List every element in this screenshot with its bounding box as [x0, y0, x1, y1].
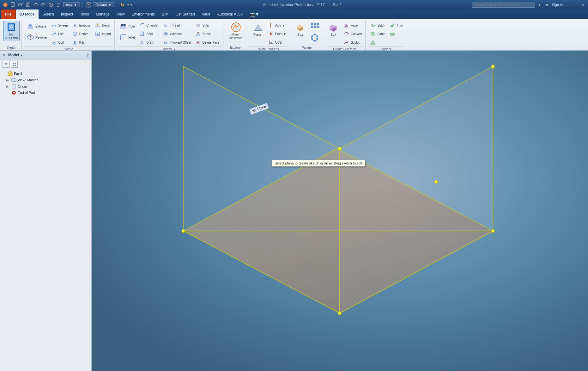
- nav-icon[interactable]: [48, 2, 54, 8]
- trim-button[interactable]: Trim: [388, 21, 405, 29]
- menu-tab-view[interactable]: View: [113, 9, 128, 19]
- favorite-icon[interactable]: ★: [544, 2, 550, 8]
- ucs-button[interactable]: UCS: [266, 38, 288, 46]
- delete-face-button[interactable]: Delete Face: [193, 38, 221, 46]
- sidebar-help-icon[interactable]: ?: [86, 53, 89, 58]
- fx-icon[interactable]: fx: [120, 2, 125, 8]
- menu-tab-3dmodel[interactable]: 3D Model: [16, 9, 39, 19]
- sidebar-close-icon[interactable]: ✕: [3, 53, 6, 58]
- start-2d-sketch-button[interactable]: Start2D Sketch: [3, 21, 20, 41]
- menu-tab-a360[interactable]: Autodesk A360: [214, 9, 246, 19]
- axis-icon: [268, 22, 274, 28]
- ribbon-group-workfeatures: Plane Axis ▼ Point ▼ UCS Work Features: [248, 20, 290, 50]
- sculpt-icon: [343, 39, 349, 46]
- svg-point-66: [371, 32, 375, 35]
- tree-item-part1[interactable]: Part1: [1, 71, 90, 77]
- combine-button[interactable]: Combine: [161, 30, 193, 38]
- chamfer-button[interactable]: Chamfer: [137, 21, 160, 29]
- fillet-icon: [119, 33, 128, 42]
- menu-tab-tools[interactable]: Tools: [77, 9, 92, 19]
- sweep-button[interactable]: Sweep: [49, 21, 70, 29]
- tree-item-end-of-part[interactable]: End of Part: [1, 90, 90, 96]
- stitch-button[interactable]: Stitch: [368, 21, 387, 29]
- decal-button[interactable]: Decal: [93, 21, 112, 29]
- coil-button[interactable]: Coil: [49, 38, 70, 46]
- more-surface-button[interactable]: [388, 30, 405, 38]
- viewport-canvas: [92, 51, 588, 371]
- pattern-rect-button[interactable]: [308, 21, 321, 32]
- menu-tab-manage[interactable]: Manage: [93, 9, 112, 19]
- import-button[interactable]: Import: [93, 30, 112, 38]
- rib-button[interactable]: Rib: [70, 38, 92, 46]
- pattern-circ-button[interactable]: [308, 32, 321, 43]
- svg-rect-2: [11, 3, 14, 7]
- dropdown-tools-icon[interactable]: [56, 2, 61, 8]
- search-input[interactable]: [472, 2, 535, 8]
- menu-tab-inspect[interactable]: Inspect: [58, 9, 76, 19]
- appearance-icon[interactable]: [85, 2, 91, 8]
- new-icon[interactable]: [10, 2, 16, 8]
- menu-tab-vault[interactable]: Vault: [199, 9, 213, 19]
- menu-tab-environments[interactable]: Environments: [129, 9, 158, 19]
- plane-button[interactable]: Plane: [250, 21, 265, 38]
- tree-item-view-master[interactable]: ▶ View: Master: [1, 77, 90, 83]
- svg-marker-64: [348, 33, 349, 34]
- close-button[interactable]: ✕: [580, 2, 585, 8]
- viewport[interactable]: XY Plane Select plane to create sketch o…: [92, 51, 588, 371]
- undo-icon[interactable]: [33, 2, 39, 8]
- svg-rect-18: [73, 26, 77, 27]
- menu-tab-getstarted[interactable]: Get Started: [172, 9, 198, 19]
- loft-button[interactable]: Loft: [49, 30, 70, 38]
- derive-button[interactable]: Derive: [70, 30, 92, 38]
- point-button[interactable]: Point ▼: [266, 30, 288, 38]
- stitch-icon: [370, 22, 376, 28]
- svg-point-92: [491, 65, 494, 68]
- menu-tab-bim[interactable]: BIM: [159, 9, 172, 19]
- axis-button[interactable]: Axis ▼: [266, 21, 288, 29]
- thicken-button[interactable]: Thicken/ Offset: [161, 38, 193, 46]
- ribbon-group-pattern: Box Pattern: [291, 20, 323, 50]
- tree-item-origin[interactable]: ▶ Origin: [1, 83, 90, 90]
- maximize-button[interactable]: □: [572, 2, 578, 8]
- menu-tab-camera[interactable]: 📷▼: [246, 9, 263, 19]
- direct-button[interactable]: Direct: [193, 30, 221, 38]
- extrude-icon: [26, 22, 35, 31]
- face-button[interactable]: Face: [342, 21, 363, 29]
- signin-button[interactable]: Sign In: [552, 3, 563, 7]
- convert-button[interactable]: Convert: [342, 30, 363, 38]
- emboss-icon: [72, 22, 78, 28]
- plus-dropdown-icon[interactable]: +▼: [127, 2, 133, 8]
- revolve-button[interactable]: Revolve: [24, 32, 48, 43]
- file-menu-button[interactable]: File: [1, 9, 15, 19]
- draft-button[interactable]: Draft: [137, 38, 160, 46]
- app-logo-icon: A: [3, 2, 8, 8]
- emboss-button[interactable]: Emboss: [70, 21, 92, 29]
- ribbon-group-explore: ShapeGenerator Explore: [224, 20, 247, 50]
- svg-rect-68: [391, 33, 394, 35]
- hole-button[interactable]: Hole: [117, 21, 136, 32]
- view-list-icon[interactable]: [11, 61, 18, 68]
- menu-tab-sketch[interactable]: Sketch: [39, 9, 57, 19]
- sculpt-button[interactable]: Sculpt: [342, 38, 363, 46]
- plane-icon: [252, 22, 263, 32]
- redo-icon[interactable]: [40, 2, 46, 8]
- filter-icon[interactable]: [3, 61, 9, 68]
- save-icon[interactable]: [25, 2, 31, 8]
- patch-button[interactable]: Patch: [368, 30, 387, 38]
- box-pattern-button[interactable]: Box: [293, 21, 308, 38]
- shape-generator-button[interactable]: ShapeGenerator: [226, 21, 245, 41]
- fillet-button[interactable]: Fillet: [117, 32, 136, 43]
- part-icon: [8, 71, 13, 76]
- freeform-box-button[interactable]: Box: [326, 21, 341, 38]
- minimize-button[interactable]: —: [565, 2, 570, 8]
- ribbon-group-sketch-label: Sketch: [3, 45, 20, 50]
- extrude-button[interactable]: Extrude: [24, 21, 48, 32]
- split-button[interactable]: Split: [193, 21, 221, 29]
- thread-button[interactable]: Thread: [161, 21, 193, 29]
- app-title: Autodesk Inventor Professional 2017 — Pa…: [135, 3, 470, 7]
- material-dropdown[interactable]: new ▼: [63, 2, 80, 7]
- sculpt2-button[interactable]: [368, 38, 387, 46]
- appearance-style-dropdown[interactable]: Default ▼: [93, 2, 114, 7]
- open-icon[interactable]: [18, 2, 23, 8]
- shell-button[interactable]: Shell: [137, 30, 160, 38]
